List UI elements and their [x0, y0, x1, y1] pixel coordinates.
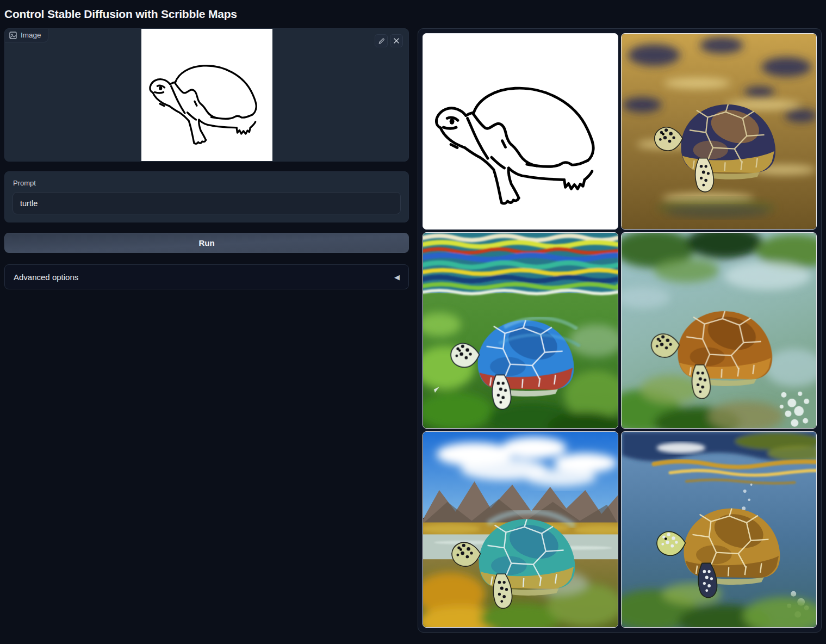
scribble-input-image[interactable]	[141, 29, 272, 161]
close-icon	[393, 38, 400, 44]
prompt-panel: Prompt	[4, 171, 409, 222]
image-icon	[9, 32, 17, 39]
accordion-collapse-icon: ◀	[394, 273, 400, 281]
gallery-item-golden-water[interactable]	[621, 33, 817, 230]
pencil-icon	[378, 38, 385, 45]
clear-image-button[interactable]	[390, 34, 403, 47]
output-gallery	[418, 28, 822, 633]
gallery-item-mountain-lake[interactable]	[423, 431, 618, 628]
scribble-turtle-drawing	[141, 29, 272, 161]
advanced-options-label: Advanced options	[14, 273, 78, 282]
prompt-label: Prompt	[13, 179, 401, 187]
gallery-item-underwater[interactable]	[621, 431, 817, 628]
image-toolbar	[375, 34, 403, 47]
output-column	[418, 28, 822, 633]
edit-image-button[interactable]	[375, 34, 388, 47]
gallery-image-golden-water	[622, 34, 816, 229]
image-input-badge: Image	[5, 29, 48, 42]
gallery-image-scribble	[423, 34, 618, 229]
gallery-item-scribble[interactable]	[423, 33, 618, 230]
app-page: Control Stable Diffusion with Scribble M…	[0, 0, 826, 637]
gallery-image-brown-shell	[622, 233, 816, 428]
input-column: Image	[4, 28, 409, 289]
gallery-item-blue-shell[interactable]	[423, 232, 618, 429]
gallery-image-underwater	[622, 432, 816, 627]
gallery-image-mountain-lake	[423, 432, 618, 627]
image-input-panel[interactable]: Image	[4, 28, 409, 162]
gallery-item-brown-shell[interactable]	[621, 232, 817, 429]
run-button[interactable]: Run	[4, 233, 409, 253]
image-input-label: Image	[21, 31, 41, 39]
page-title: Control Stable Diffusion with Scribble M…	[4, 8, 822, 21]
gallery-image-blue-shell	[423, 233, 618, 428]
prompt-input[interactable]	[13, 192, 401, 214]
advanced-options-accordion[interactable]: Advanced options ◀	[4, 264, 409, 289]
main-columns: Image	[4, 28, 822, 633]
